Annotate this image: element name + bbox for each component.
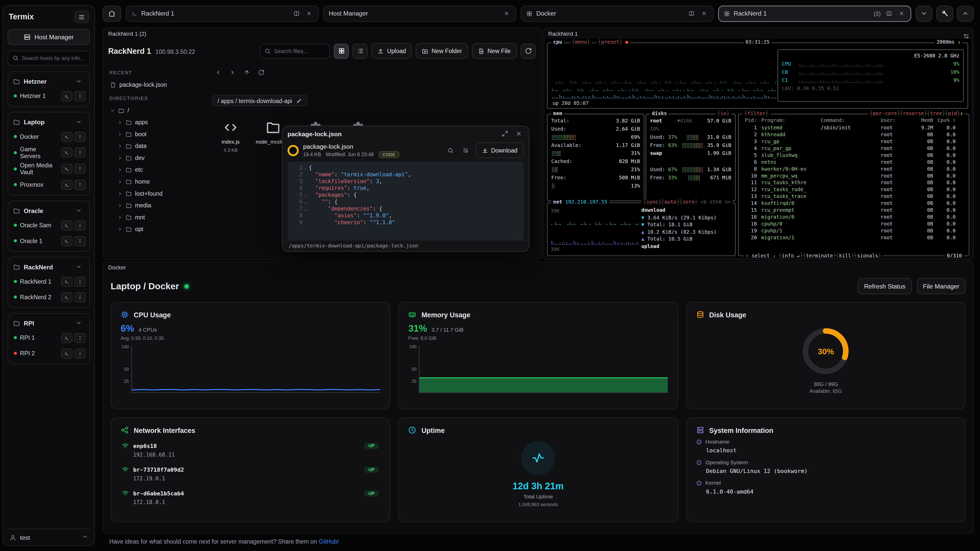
file-tile-index.js[interactable]: index.js 4.3 KB xyxy=(212,115,249,156)
sidebar-menu-button[interactable] xyxy=(74,11,89,23)
group-header[interactable]: Laptop xyxy=(11,115,87,129)
group-header[interactable]: RPI xyxy=(11,316,87,330)
host-terminal-button[interactable] xyxy=(61,333,73,343)
tab-close-button[interactable] xyxy=(502,9,511,18)
tab-racknerd-1[interactable]: RackNerd 1 xyxy=(126,5,319,22)
host-terminal-button[interactable] xyxy=(61,91,73,101)
edit-path-icon[interactable] xyxy=(297,98,302,103)
host-terminal-button[interactable] xyxy=(61,348,73,358)
host-menu-button[interactable] xyxy=(74,236,86,246)
host-terminal-button[interactable] xyxy=(61,220,73,230)
host-item-rpi-1[interactable]: RPI 1 xyxy=(11,330,87,345)
tab-docker[interactable]: Docker xyxy=(520,5,714,22)
host-item-racknerd-1[interactable]: RackNerd 1 xyxy=(11,274,87,289)
tree-item-boot[interactable]: boot xyxy=(108,128,206,140)
group-header[interactable]: RackNerd xyxy=(11,260,87,274)
expand-button[interactable] xyxy=(500,128,510,139)
split-view-button[interactable] xyxy=(687,9,695,18)
tab-close-button[interactable] xyxy=(699,9,708,18)
host-menu-button[interactable] xyxy=(74,91,86,101)
host-menu-button[interactable] xyxy=(74,276,86,286)
host-terminal-button[interactable] xyxy=(61,179,73,189)
nav-forward-button[interactable] xyxy=(226,66,239,79)
split-view-button[interactable] xyxy=(292,9,301,18)
tree-item-lost+found[interactable]: lost+found xyxy=(108,187,206,200)
tree-root[interactable]: / xyxy=(108,104,206,116)
nav-up-button[interactable] xyxy=(241,66,253,79)
fm-refresh-button[interactable] xyxy=(520,43,536,59)
user-menu-collapse-button[interactable] xyxy=(82,534,88,541)
refresh-status-button[interactable]: Refresh Status xyxy=(858,278,912,294)
tab-close-button[interactable] xyxy=(304,9,313,18)
host-item-proxmox[interactable]: Proxmox xyxy=(11,177,87,192)
group-header[interactable]: Hetzner xyxy=(11,74,87,88)
host-item-hetzner-1[interactable]: Hetzner 1 xyxy=(11,88,87,103)
host-menu-button[interactable] xyxy=(74,333,86,343)
download-button[interactable]: Download xyxy=(476,142,524,158)
host-terminal-button[interactable] xyxy=(61,276,73,286)
tree-item-opt[interactable]: opt xyxy=(108,223,206,235)
file-manager-button[interactable]: File Manager xyxy=(917,278,966,294)
tree-item-dev[interactable]: dev xyxy=(108,152,206,164)
tab-racknerd-1[interactable]: RackNerd 1 (2) xyxy=(718,5,912,22)
host-manager-button[interactable]: Host Manager xyxy=(7,29,90,45)
group-collapse-button[interactable] xyxy=(73,206,84,216)
host-terminal-button[interactable] xyxy=(61,132,73,141)
host-menu-button[interactable] xyxy=(74,220,86,230)
new-folder-button[interactable]: New Folder xyxy=(416,43,468,59)
btop-proc-box: ┤filter├ ┤per-core├┤reverse├┤tree├┤pid├↕… xyxy=(738,114,969,256)
tree-item-mnt[interactable]: mnt xyxy=(108,211,206,223)
host-item-oracle-1[interactable]: Oracle 1 xyxy=(11,233,87,248)
viewer-search-button[interactable] xyxy=(445,145,456,156)
nav-refresh-button[interactable] xyxy=(255,66,267,79)
collapse-header-button[interactable] xyxy=(957,5,974,22)
host-item-oracle-sam[interactable]: Oracle Sam xyxy=(11,218,87,233)
file-search-input[interactable] xyxy=(274,48,326,54)
host-menu-button[interactable] xyxy=(74,348,86,358)
host-menu-button[interactable] xyxy=(74,292,86,302)
tree-item-apps[interactable]: apps xyxy=(108,116,206,128)
host-terminal-button[interactable] xyxy=(61,148,73,157)
host-menu-button[interactable] xyxy=(74,164,86,174)
group-collapse-button[interactable] xyxy=(73,76,84,86)
host-terminal-button[interactable] xyxy=(61,236,73,246)
terminal-screen[interactable]: cpu ┤menu├ ┤preset├ ● 03:31:25 2000ms ↓ … xyxy=(545,39,971,257)
group-header[interactable]: Oracle xyxy=(11,203,87,218)
host-item-racknerd-2[interactable]: RackNerd 2 xyxy=(11,289,87,305)
admin-tools-button[interactable] xyxy=(936,5,953,22)
group-collapse-button[interactable] xyxy=(73,318,84,328)
host-item-open-media-vault[interactable]: Open Media Vault xyxy=(11,160,87,177)
split-view-button[interactable] xyxy=(884,9,893,18)
breadcrumb[interactable]: / apps / termix-download-api xyxy=(212,95,308,106)
tab-host-manager[interactable]: Host Manager xyxy=(323,5,516,22)
nav-back-button[interactable] xyxy=(212,66,224,79)
modal-close-button[interactable] xyxy=(513,128,524,139)
grid-view-button[interactable] xyxy=(334,43,349,59)
host-terminal-button[interactable] xyxy=(61,292,73,302)
group-collapse-button[interactable] xyxy=(73,262,84,272)
host-menu-button[interactable] xyxy=(74,132,86,141)
github-link[interactable]: GitHub! xyxy=(319,537,339,545)
btop-cpu-box: cpu ┤menu├ ┤preset├ ● 03:31:25 2000ms ↓ … xyxy=(547,43,968,109)
group-collapse-button[interactable] xyxy=(73,117,84,127)
tree-item-home[interactable]: home xyxy=(108,176,206,187)
tree-item-data[interactable]: data xyxy=(108,140,206,152)
recent-file-item[interactable]: package-lock.json xyxy=(108,79,206,91)
host-search-input[interactable] xyxy=(22,55,85,61)
tab-list-button[interactable] xyxy=(916,5,932,22)
home-button[interactable] xyxy=(103,5,121,22)
tree-item-etc[interactable]: etc xyxy=(108,164,206,176)
viewer-wrap-button[interactable] xyxy=(460,145,471,156)
host-terminal-button[interactable] xyxy=(61,164,73,174)
tree-item-media[interactable]: media xyxy=(108,199,206,211)
list-view-button[interactable] xyxy=(353,43,368,59)
host-item-docker[interactable]: Docker xyxy=(11,129,87,144)
host-menu-button[interactable] xyxy=(74,179,86,189)
user-row[interactable]: test xyxy=(7,529,90,542)
host-menu-button[interactable] xyxy=(74,148,86,157)
host-item-rpi-2[interactable]: RPI 2 xyxy=(11,345,87,361)
upload-button[interactable]: Upload xyxy=(372,43,412,59)
tab-close-button[interactable] xyxy=(897,9,905,18)
new-file-button[interactable]: New File xyxy=(472,43,517,59)
host-item-game-servers[interactable]: Game Servers xyxy=(11,144,87,161)
